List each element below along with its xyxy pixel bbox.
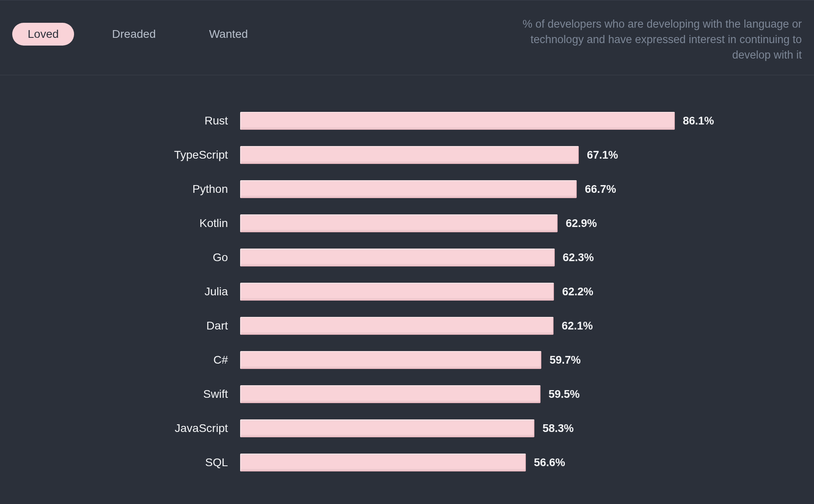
bar-value: 62.3% <box>563 251 594 264</box>
bar-value: 59.5% <box>549 388 580 401</box>
bar-fill[interactable] <box>240 214 558 232</box>
bar-label: JavaScript <box>12 422 240 435</box>
bar-row: Julia62.2% <box>12 283 802 301</box>
bar-row: Dart62.1% <box>12 317 802 335</box>
bar-fill[interactable] <box>240 249 555 266</box>
chart-header: Loved Dreaded Wanted % of developers who… <box>0 0 814 75</box>
bar-label: Julia <box>12 285 240 298</box>
bar-label: Rust <box>12 114 240 127</box>
bar-fill[interactable] <box>240 180 577 198</box>
bar-label: Kotlin <box>12 217 240 230</box>
bar-value: 56.6% <box>534 456 565 469</box>
bar-row: Rust86.1% <box>12 112 802 130</box>
bar-track: 58.3% <box>240 419 573 437</box>
metric-tabs: Loved Dreaded Wanted <box>12 17 263 46</box>
bar-label: Swift <box>12 388 240 401</box>
bar-track: 56.6% <box>240 454 565 471</box>
bar-track: 62.3% <box>240 249 594 266</box>
bar-fill[interactable] <box>240 112 675 130</box>
bar-fill[interactable] <box>240 385 540 403</box>
bar-label: Dart <box>12 319 240 332</box>
bar-track: 62.2% <box>240 283 593 301</box>
chart-description: % of developers who are developing with … <box>517 17 802 63</box>
bar-label: Go <box>12 251 240 264</box>
bar-track: 59.5% <box>240 385 580 403</box>
bar-label: SQL <box>12 456 240 469</box>
bar-fill[interactable] <box>240 454 526 471</box>
bar-row: Go62.3% <box>12 249 802 266</box>
bar-row: SQL56.6% <box>12 454 802 471</box>
bar-value: 58.3% <box>543 422 574 435</box>
bar-fill[interactable] <box>240 419 534 437</box>
bar-value: 62.2% <box>562 286 593 298</box>
bar-value: 86.1% <box>683 115 714 127</box>
bar-row: Kotlin62.9% <box>12 214 802 232</box>
bar-track: 62.1% <box>240 317 593 335</box>
bar-value: 62.1% <box>562 320 593 332</box>
bar-label: TypeScript <box>12 148 240 161</box>
bar-row: JavaScript58.3% <box>12 419 802 437</box>
tab-wanted[interactable]: Wanted <box>194 23 263 46</box>
bar-chart: Rust86.1%TypeScript67.1%Python66.7%Kotli… <box>0 75 814 504</box>
tab-loved[interactable]: Loved <box>12 23 74 46</box>
bar-row: Python66.7% <box>12 180 802 198</box>
bar-label: C# <box>12 353 240 367</box>
bar-fill[interactable] <box>240 146 579 164</box>
bar-row: Swift59.5% <box>12 385 802 403</box>
bar-row: TypeScript67.1% <box>12 146 802 164</box>
page-root: Loved Dreaded Wanted % of developers who… <box>0 0 814 504</box>
bar-value: 66.7% <box>585 183 616 196</box>
bar-fill[interactable] <box>240 351 541 369</box>
bar-value: 62.9% <box>566 217 597 230</box>
bar-track: 86.1% <box>240 112 714 130</box>
bar-fill[interactable] <box>240 283 554 301</box>
bar-row: C#59.7% <box>12 351 802 369</box>
bar-label: Python <box>12 183 240 196</box>
tab-dreaded[interactable]: Dreaded <box>96 23 171 46</box>
bar-track: 67.1% <box>240 146 618 164</box>
bar-track: 66.7% <box>240 180 616 198</box>
bar-track: 59.7% <box>240 351 581 369</box>
bar-track: 62.9% <box>240 214 597 232</box>
bar-value: 59.7% <box>549 354 581 367</box>
bar-fill[interactable] <box>240 317 554 335</box>
bar-value: 67.1% <box>587 149 618 161</box>
